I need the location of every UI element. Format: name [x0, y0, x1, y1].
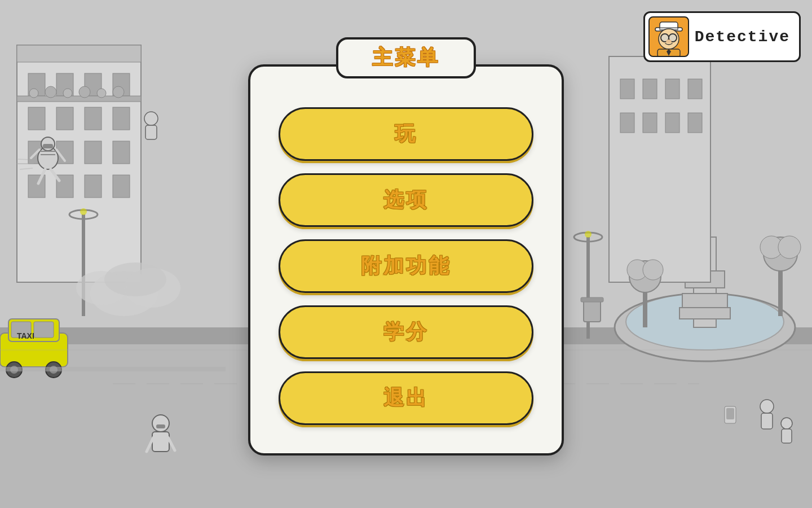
- detective-badge: Detective: [643, 11, 801, 62]
- menu-overlay: 主菜单 玩 选项 附加功能 学分 退出: [0, 0, 812, 508]
- quit-button[interactable]: 退出: [279, 371, 533, 425]
- credits-button[interactable]: 学分: [279, 305, 533, 359]
- detective-avatar: [648, 16, 689, 57]
- detective-name-label: Detective: [695, 28, 790, 46]
- options-button[interactable]: 选项: [279, 173, 533, 227]
- extras-button[interactable]: 附加功能: [279, 239, 533, 293]
- svg-point-113: [666, 40, 672, 43]
- menu-title: 主菜单: [336, 37, 476, 78]
- play-button[interactable]: 玩: [279, 107, 533, 161]
- menu-panel: 主菜单 玩 选项 附加功能 学分 退出: [248, 64, 564, 456]
